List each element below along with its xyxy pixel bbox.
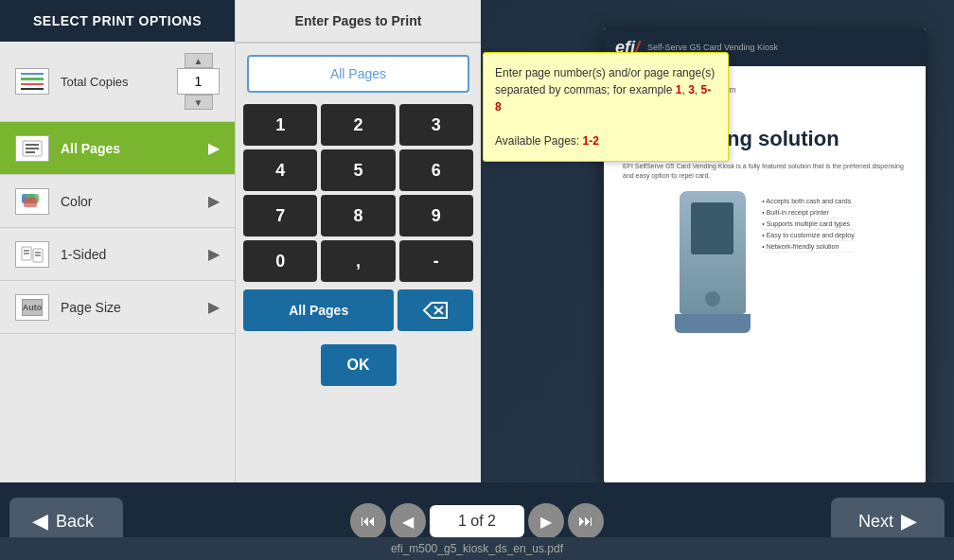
sidebar: SELECT PRINT OPTIONS Total Copies ▲ ▼ <box>0 0 235 482</box>
device-illustration <box>680 191 746 314</box>
all-pages-icon <box>15 135 49 162</box>
all-pages-button[interactable]: All Pages <box>243 289 394 331</box>
action-row: All Pages <box>236 286 481 335</box>
next-label: Next <box>858 512 893 532</box>
sided-icon <box>15 241 49 268</box>
all-pages-arrow: ▶ <box>208 139 220 157</box>
next-arrow-icon: ▶ <box>901 509 917 534</box>
color-icon <box>15 188 49 215</box>
numpad: 1 2 3 4 5 6 7 8 9 <box>236 104 481 236</box>
prev-page-button[interactable]: ◀ <box>390 503 426 539</box>
backspace-button[interactable] <box>398 289 473 331</box>
num-2-button[interactable]: 2 <box>321 104 395 146</box>
tooltip-highlight-2: 3 <box>688 83 695 96</box>
sidebar-title: SELECT PRINT OPTIONS <box>0 0 235 42</box>
comma-button[interactable]: , <box>321 240 395 282</box>
page-size-arrow: ▶ <box>208 298 220 316</box>
next-page-icon: ▶ <box>540 513 552 531</box>
preview-list-item: Accepts both cash and cards <box>762 196 854 207</box>
num-6-button[interactable]: 6 <box>399 149 473 191</box>
copies-up-button[interactable]: ▲ <box>185 53 213 68</box>
last-page-button[interactable]: ⏭ <box>568 503 604 539</box>
tooltip-highlight-1: 1 <box>676 83 682 96</box>
copies-down-button[interactable]: ▼ <box>185 95 213 110</box>
ok-button[interactable]: OK <box>321 344 397 386</box>
numpad-bottom: 0 , - <box>236 236 481 286</box>
doc-subtitle: Self-Serve G5 Card Vending Kiosk <box>647 43 778 52</box>
copies-spinner: ▲ ▼ <box>177 53 220 110</box>
color-arrow: ▶ <box>208 192 220 210</box>
page-selector-panel: Enter Pages to Print All Pages 1 2 3 4 5… <box>235 0 481 482</box>
next-page-button[interactable]: ▶ <box>528 503 564 539</box>
page-indicator: 1 of 2 <box>430 505 524 537</box>
copies-label: Total Copies <box>61 75 166 89</box>
sided-arrow: ▶ <box>208 245 220 263</box>
num-1-button[interactable]: 1 <box>243 104 317 146</box>
page-size-icon: Auto <box>15 294 49 321</box>
first-page-icon: ⏮ <box>361 513 376 530</box>
dash-button[interactable]: - <box>399 240 473 282</box>
sided-label: 1-Sided <box>61 247 208 262</box>
available-pages-value: 1-2 <box>583 134 599 148</box>
first-page-button[interactable]: ⏮ <box>350 503 386 539</box>
doc-body: EFI SelfServe G5 Card Vending Kiosk is a… <box>623 162 907 181</box>
filename-bar: efi_m500_g5_kiosk_ds_en_us.pdf <box>0 537 954 560</box>
preview-list-item: Network-friendly solution <box>762 241 854 253</box>
sidebar-item-all-pages[interactable]: All Pages ▶ <box>0 122 235 175</box>
page-selector-title: Enter Pages to Print <box>236 0 481 44</box>
num-5-button[interactable]: 5 <box>321 149 395 191</box>
num-4-button[interactable]: 4 <box>243 149 317 191</box>
num-7-button[interactable]: 7 <box>243 195 317 236</box>
num-9-button[interactable]: 9 <box>399 195 473 236</box>
back-arrow-icon: ◀ <box>32 509 48 534</box>
num-3-button[interactable]: 3 <box>399 104 473 146</box>
pagination-controls: ⏮ ◀ 1 of 2 ▶ ⏭ <box>350 503 604 539</box>
prev-page-icon: ◀ <box>402 513 414 531</box>
color-label: Color <box>61 194 208 209</box>
tooltip-text: Enter page number(s) and/or page range(s… <box>495 64 716 115</box>
tooltip: Enter page number(s) and/or page range(s… <box>483 52 729 162</box>
filename-text: efi_m500_g5_kiosk_ds_en_us.pdf <box>391 542 563 555</box>
preview-list-item: Easy to customize and deploy <box>762 230 854 241</box>
all-pages-label: All Pages <box>61 141 208 156</box>
num-8-button[interactable]: 8 <box>321 195 395 236</box>
copies-icon <box>15 68 49 95</box>
sidebar-item-page-size[interactable]: Auto Page Size ▶ <box>0 281 235 334</box>
preview-list-item: Supports multiple card types <box>762 219 854 230</box>
page-display[interactable]: All Pages <box>247 55 469 93</box>
last-page-icon: ⏭ <box>578 513 593 530</box>
available-pages-text: Available Pages: 1-2 <box>495 132 716 149</box>
copies-row: Total Copies ▲ ▼ <box>0 42 235 122</box>
svg-marker-10 <box>424 303 447 318</box>
preview-list-item: Built-in receipt printer <box>762 207 854 219</box>
sidebar-item-color[interactable]: Color ▶ <box>0 175 235 228</box>
num-0-button[interactable]: 0 <box>243 240 317 282</box>
page-size-label: Page Size <box>61 300 208 315</box>
device-screen <box>691 202 733 254</box>
copies-input[interactable] <box>177 68 220 95</box>
sidebar-item-sided[interactable]: 1-Sided ▶ <box>0 228 235 281</box>
back-label: Back <box>56 512 94 532</box>
